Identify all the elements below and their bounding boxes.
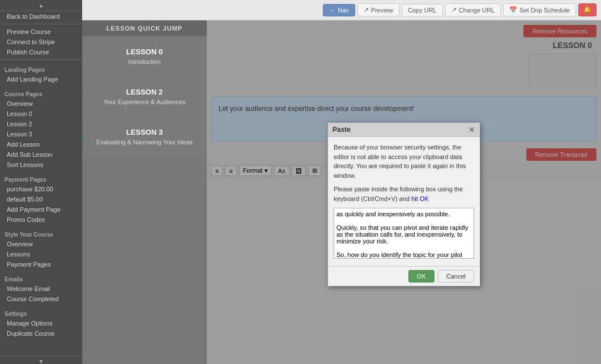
change-url-button[interactable]: ↗ Change URL [445,3,501,16]
sidebar: ▲ Back to Dashboard Preview Course Conne… [0,0,82,364]
nav-button[interactable]: ← Nav [323,4,355,16]
sidebar-item-preview-course[interactable]: Preview Course [0,27,82,37]
dialog-message: Because of your browser security setting… [334,143,474,180]
sidebar-item-manage-options[interactable]: Manage Options [0,318,82,328]
sidebar-item-overview[interactable]: Overview [0,99,82,109]
nav-arrow-icon: ← [329,7,335,14]
calendar-icon: 📅 [509,6,517,14]
paste-textarea[interactable]: as quickly and inexpensively as possible… [334,208,474,259]
sidebar-item-welcome-email[interactable]: Welcome Email [0,284,82,294]
sidebar-item-purchase[interactable]: purchase $20.00 [0,184,82,194]
sidebar-scroll-down[interactable]: ▼ [0,356,82,364]
drip-schedule-button[interactable]: 📅 Set Drip Schedule [503,3,576,16]
editor-area: Remove Resources LESSON 0 Let your audie… [207,20,601,364]
link-icon: ↗ [451,6,457,14]
top-toolbar: ← Nav ↗ Preview Copy URL ↗ Change URL 📅 … [82,0,601,20]
sidebar-item-lesson3[interactable]: Lesson 3 [0,129,82,139]
sidebar-section-course: Course Pages [0,88,82,99]
paste-dialog: Paste ✕ Because of your browser security… [327,122,480,286]
lesson-jump-item-0[interactable]: LESSON 0 Introduction [82,36,207,76]
bell-icon: 🔔 [583,6,591,14]
sidebar-item-connect-stripe[interactable]: Connect to Stripe [0,37,82,47]
sidebar-item-add-lesson[interactable]: Add Lesson [0,139,82,149]
hit-ok-link: hit OK [411,195,429,202]
sidebar-item-publish-course[interactable]: Publish Course [0,47,82,57]
sidebar-section-landing: Landing Pages [0,63,82,74]
preview-button[interactable]: ↗ Preview [357,3,399,16]
sidebar-section-emails: Emails [0,273,82,284]
sidebar-section-settings: Settings [0,307,82,318]
lesson-3-dot [82,134,85,140]
lesson-0-sub: Introduction [91,58,198,65]
dialog-titlebar: Paste ✕ [328,123,480,137]
dialog-message2: Please paste inside the following box us… [334,185,474,203]
lesson-jump-title: LESSON QUICK JUMP [82,20,207,36]
sidebar-item-add-sub-lesson[interactable]: Add Sub Lesson [0,149,82,160]
main-content: ← Nav ↗ Preview Copy URL ↗ Change URL 📅 … [82,0,601,364]
sidebar-scroll-up[interactable]: ▲ [0,0,82,11]
content-area: LESSON QUICK JUMP LESSON 0 Introduction … [82,20,601,364]
lesson-jump-item-3[interactable]: LESSON 3 Evaluating & Narrowing Your Ide… [82,117,207,157]
copy-url-button[interactable]: Copy URL [402,4,443,16]
sidebar-item-add-payment[interactable]: Add Payment Page [0,204,82,215]
dialog-body: Because of your browser security setting… [328,137,480,266]
dialog-ok-button[interactable]: OK [408,270,434,282]
sidebar-item-lesson2[interactable]: Lesson 2 [0,119,82,129]
sidebar-item-add-landing[interactable]: Add Landing Page [0,74,82,84]
dialog-buttons: OK Cancel [328,266,480,286]
sidebar-item-lesson0[interactable]: Lesson 0 [0,109,82,119]
sidebar-section-payment: Payment Pages [0,173,82,184]
lesson-3-title: LESSON 3 [91,128,198,136]
lesson-jump-item-2[interactable]: LESSON 2 Your Experience & Audiences [82,76,207,117]
dialog-overlay: Paste ✕ Because of your browser security… [207,20,601,364]
dialog-title: Paste [333,126,351,134]
lesson-2-dot [82,94,85,100]
notification-button[interactable]: 🔔 [578,3,596,16]
dialog-close-button[interactable]: ✕ [468,126,475,134]
lesson-2-sub: Your Experience & Audiences [91,99,198,105]
lesson-2-title: LESSON 2 [91,88,198,96]
sidebar-item-promo-codes[interactable]: Promo Codes [0,215,82,225]
preview-icon: ↗ [364,6,369,14]
lesson-jump-panel: LESSON QUICK JUMP LESSON 0 Introduction … [82,20,207,364]
sidebar-item-lessons[interactable]: Lessons [0,249,82,259]
dialog-cancel-button[interactable]: Cancel [438,270,474,282]
sidebar-item-back[interactable]: Back to Dashboard [0,11,82,22]
sidebar-item-default[interactable]: default $5.00 [0,194,82,204]
sidebar-item-course-completed[interactable]: Course Completed [0,294,82,304]
sidebar-item-duplicate-course[interactable]: Duplicate Course [0,328,82,339]
sidebar-item-payment-pages[interactable]: Payment Pages [0,259,82,269]
sidebar-item-sort-lessons[interactable]: Sort Lessons [0,160,82,170]
lesson-3-sub: Evaluating & Narrowing Your Ideas [91,139,198,145]
sidebar-section-style: Style Your Course [0,228,82,239]
lesson-0-title: LESSON 0 [91,48,198,56]
sidebar-item-style-overview[interactable]: Overview [0,239,82,249]
